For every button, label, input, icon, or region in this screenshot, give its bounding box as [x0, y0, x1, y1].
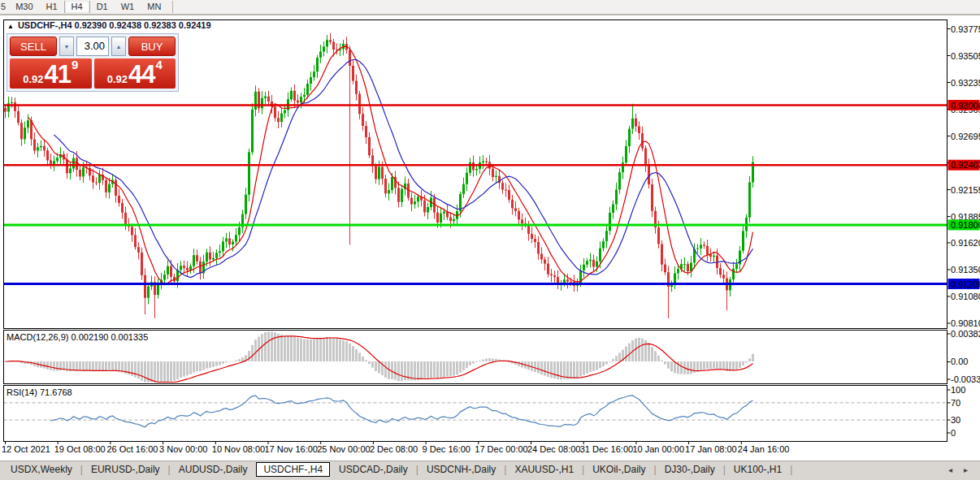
- quote-low: 0.92383: [144, 20, 176, 30]
- rsi-tick: 70: [951, 398, 960, 408]
- chart-tab-uk100-[interactable]: UK100-,H1: [726, 463, 789, 476]
- rsi-frame: [4, 386, 947, 442]
- date-tick: 24 Dec 08:00: [527, 444, 580, 454]
- buy-price-big: 44: [128, 63, 154, 87]
- chart-tab-ukoil-[interactable]: UKOil-,Daily: [585, 463, 653, 476]
- sell-price-big: 41: [44, 63, 70, 87]
- date-tick: 10 Nov 08:00: [212, 444, 265, 454]
- timeframe-button-mn[interactable]: MN: [141, 1, 167, 13]
- price-badge-text: 0.93006: [951, 101, 980, 110]
- terminal-window: 5M30H1H4D1W1MN 0.937750.935050.932350.92…: [0, 0, 980, 480]
- symbol-label: USDCHF-,H4: [18, 20, 72, 30]
- price-tick: 0.90810: [951, 318, 980, 328]
- price-badge-text: 0.91800: [951, 220, 980, 230]
- toolbar-separator: [172, 1, 173, 13]
- buy-price-sup: 4: [155, 59, 162, 71]
- price-tick: 0.93505: [951, 51, 980, 61]
- rsi-name: RSI(14): [7, 387, 37, 397]
- collapse-triangle-icon[interactable]: ▲: [7, 23, 14, 30]
- date-tick: 25 Nov 00:00: [317, 444, 370, 454]
- date-tick: 17 Dec 00:00: [475, 444, 527, 454]
- buy-price-panel[interactable]: 0.92444: [94, 58, 176, 89]
- buy-price-prefix: 0.92: [107, 71, 128, 87]
- quote-close: 0.92419: [179, 20, 211, 30]
- one-click-trading-widget: SELL ▼ 3.00 ▲ BUY 0.92419 0.92444: [7, 33, 179, 92]
- tab-separator: |: [789, 464, 793, 475]
- timeframe-button-m30[interactable]: M30: [9, 1, 39, 13]
- tab-scroll-right-icon[interactable]: ▸: [958, 465, 973, 474]
- date-tick: 2 Dec 08:00: [370, 444, 418, 454]
- date-tick: 12 Oct 2021: [2, 444, 50, 454]
- chart-quote-header: ▲USDCHF-,H40.923900.924380.923830.92419: [7, 20, 217, 30]
- date-tick: 24 Jan 16:00: [738, 444, 790, 454]
- rsi-value: 71.6768: [40, 387, 72, 397]
- chart-tab-xauusd-[interactable]: XAUUSD-,H1: [507, 463, 581, 476]
- chart-tab-dj30-[interactable]: DJ30-,Daily: [657, 463, 722, 476]
- chart-tab-usdcad-[interactable]: USDCAD-,Daily: [332, 463, 415, 476]
- price-tick: 0.92695: [951, 132, 980, 141]
- chart-tab-audusd-[interactable]: AUDUSD-,Daily: [171, 463, 255, 476]
- macd-tick: 0.00: [951, 357, 968, 366]
- sell-button[interactable]: SELL: [10, 37, 57, 56]
- timeframe-toolbar: 5M30H1H4D1W1MN: [0, 0, 980, 15]
- date-tick: 3 Nov 00:00: [159, 444, 207, 454]
- date-tick: 31 Dec 16:00: [580, 444, 633, 454]
- chart-tab-usdcnh-[interactable]: USDCNH-,Daily: [419, 463, 503, 476]
- macd-label: MACD(12,26,9) 0.002190 0.001335: [7, 332, 148, 342]
- timeframe-button-h1[interactable]: H1: [40, 1, 64, 13]
- sell-price-panel[interactable]: 0.92419: [10, 58, 92, 89]
- rsi-tick: 30: [951, 415, 960, 425]
- price-tick: 0.93235: [951, 78, 980, 88]
- date-tick: 10 Jan 00:00: [632, 444, 684, 454]
- volume-decrease-button[interactable]: ▼: [59, 37, 74, 56]
- tab-scroll-arrows: ◂▸: [943, 465, 973, 474]
- price-tick: 0.93775: [951, 24, 980, 34]
- price-badge-text: 0.91206: [951, 279, 980, 289]
- tab-scroll-left-icon[interactable]: ◂: [943, 465, 958, 474]
- price-tick: 0.91080: [951, 292, 980, 301]
- chart-area: 0.937750.935050.932350.929650.926950.924…: [0, 15, 980, 461]
- sell-price-sup: 9: [72, 59, 78, 71]
- macd-tick: 0.00382: [951, 329, 980, 339]
- date-tick: 26 Oct 16:00: [106, 444, 158, 454]
- macd-values: 0.002190 0.001335: [71, 332, 148, 342]
- timeframe-button-d1[interactable]: D1: [90, 1, 115, 13]
- chart-tab-usdchf-[interactable]: USDCHF-,H4: [256, 462, 330, 477]
- rsi-tick: 0: [951, 428, 956, 438]
- macd-signal-line: [6, 336, 753, 383]
- macd-name: MACD(12,26,9): [7, 332, 68, 342]
- price-badge-text: 0.92403: [951, 160, 980, 170]
- date-tick: 17 Jan 08:00: [685, 444, 737, 454]
- date-tick: 19 Oct 08:00: [54, 444, 106, 454]
- sell-price-prefix: 0.92: [23, 71, 43, 87]
- quote-high: 0.92438: [109, 20, 141, 30]
- rsi-label: RSI(14) 71.6768: [7, 387, 72, 397]
- chart-tab-eurusd-[interactable]: EURUSD-,Daily: [84, 463, 167, 476]
- quote-open: 0.92390: [75, 20, 107, 30]
- timeframe-button-5[interactable]: 5: [0, 1, 9, 13]
- chart-tab-usdx[interactable]: USDX,Weekly: [3, 463, 80, 476]
- timeframe-button-w1[interactable]: W1: [115, 1, 141, 13]
- price-tick: 0.92155: [951, 185, 980, 195]
- volume-input[interactable]: 3.00: [76, 37, 109, 56]
- chart-tab-bar: USDX,Weekly|EURUSD-,Daily|AUDUSD-,DailyU…: [0, 461, 980, 478]
- rsi-tick: 100: [951, 385, 965, 395]
- volume-increase-button[interactable]: ▲: [111, 37, 126, 56]
- price-tick: 0.91620: [951, 238, 980, 248]
- date-tick: 17 Nov 16:00: [265, 444, 318, 454]
- buy-button[interactable]: BUY: [128, 37, 176, 56]
- rsi-line: [51, 396, 753, 427]
- macd-tick: -0.0033: [951, 374, 980, 384]
- date-tick: 9 Dec 16:00: [423, 444, 470, 454]
- timeframe-button-h4[interactable]: H4: [64, 1, 90, 13]
- price-tick: 0.91350: [951, 265, 980, 275]
